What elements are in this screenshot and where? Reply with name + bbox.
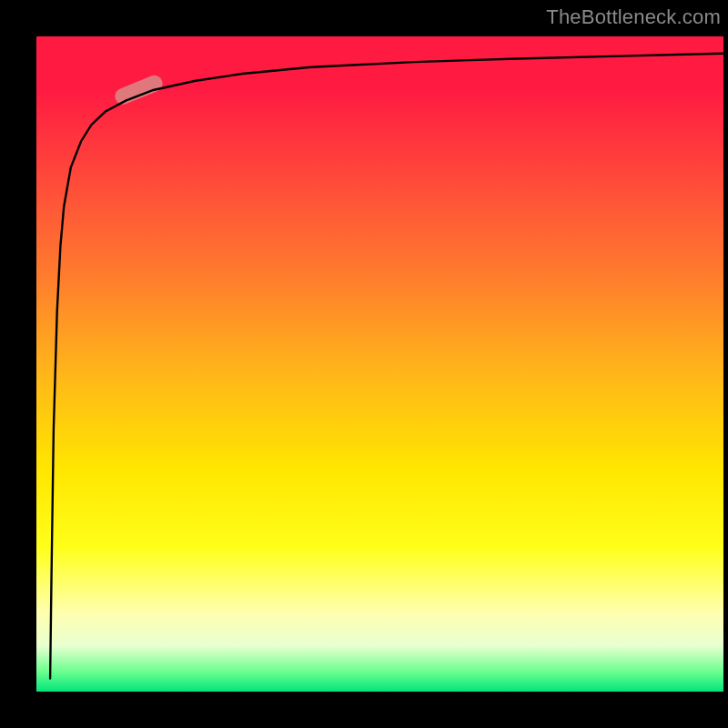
plot-area xyxy=(36,36,723,692)
watermark-text: TheBottleneck.com xyxy=(546,5,721,29)
chart-frame: TheBottleneck.com xyxy=(0,0,728,728)
